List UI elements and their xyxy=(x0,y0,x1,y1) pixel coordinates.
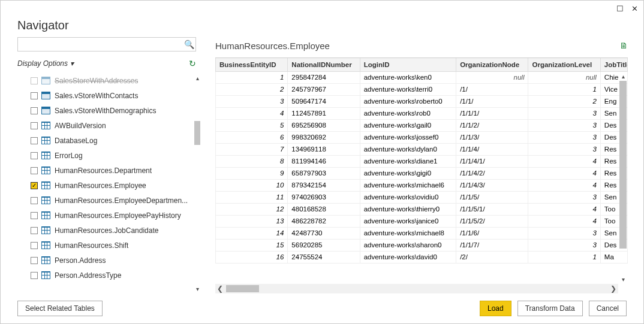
checkbox[interactable] xyxy=(31,77,38,84)
tree-item-label: Sales.vStoreWithDemographics xyxy=(55,107,156,115)
table-row[interactable]: 7134969118adventure-works\dylan0/1/1/4/3… xyxy=(216,143,628,155)
transform-data-button[interactable]: Transform Data xyxy=(517,301,583,316)
table-row[interactable]: 8811994146adventure-works\diane1/1/1/4/1… xyxy=(216,155,628,167)
scroll-up-icon[interactable]: ▴ xyxy=(618,71,628,81)
checkbox[interactable] xyxy=(31,227,38,234)
checkbox[interactable] xyxy=(31,122,38,129)
table-row[interactable]: 1442487730adventure-works\michael8/1/1/6… xyxy=(216,227,628,239)
table-cell: 15 xyxy=(216,239,288,251)
tree-item-label: HumanResources.Department xyxy=(55,166,152,175)
tree-scrollbar[interactable]: ▴ ▾ xyxy=(192,73,202,293)
scroll-up-icon[interactable]: ▴ xyxy=(192,73,202,83)
column-header[interactable]: BusinessEntityID xyxy=(216,58,288,71)
navigator-tree[interactable]: SalesStoreWithAddressesSales.vStoreWithC… xyxy=(17,73,202,293)
scroll-thumb[interactable] xyxy=(194,121,200,145)
table-cell: 4 xyxy=(528,215,600,227)
table-row[interactable]: 4112457891adventure-works\rob0/1/1/1/3Se… xyxy=(216,107,628,119)
table-row[interactable]: 1295847284adventure-works\ken0nullnullCh… xyxy=(216,71,628,83)
column-header[interactable]: LoginID xyxy=(360,58,456,71)
tree-item[interactable]: ErrorLog xyxy=(17,148,202,163)
tree-item-label: Person.AddressType xyxy=(55,271,121,280)
column-header[interactable]: OrganizationLevel xyxy=(528,58,600,71)
grid-vscrollbar[interactable]: ▴ ▾ xyxy=(618,71,628,284)
table-cell: 3 xyxy=(528,239,600,251)
table-cell: /2/ xyxy=(456,251,528,263)
close-button[interactable]: ✕ xyxy=(628,2,641,15)
search-icon[interactable]: 🔍 xyxy=(182,40,195,49)
table-cell: adventure-works\ken0 xyxy=(360,71,456,83)
table-row[interactable]: 13486228782adventure-works\janice0/1/1/5… xyxy=(216,215,628,227)
tree-item[interactable]: HumanResources.EmployeeDepartmen... xyxy=(17,193,202,208)
checkbox[interactable] xyxy=(31,167,38,174)
scroll-down-icon[interactable]: ▾ xyxy=(618,274,628,284)
tree-item[interactable]: HumanResources.Department xyxy=(17,163,202,178)
scroll-left-icon[interactable]: ❮ xyxy=(215,284,225,293)
tree-item[interactable]: HumanResources.EmployeePayHistory xyxy=(17,208,202,223)
table-cell: 1 xyxy=(528,83,600,95)
checkbox[interactable] xyxy=(31,107,38,114)
table-cell: 3 xyxy=(528,107,600,119)
table-cell: 14 xyxy=(216,227,288,239)
grid-hscrollbar[interactable]: ❮ ❯ xyxy=(215,284,618,293)
checkbox[interactable] xyxy=(31,92,38,99)
scroll-right-icon[interactable]: ❯ xyxy=(609,284,618,293)
table-cell: 134969118 xyxy=(288,143,360,155)
display-options-dropdown[interactable]: Display Options ▾ xyxy=(17,59,74,68)
table-row[interactable]: 1624755524adventure-works\david0/2/1Ma xyxy=(216,251,628,263)
scroll-down-icon[interactable]: ▾ xyxy=(192,284,202,293)
tree-item[interactable]: SalesStoreWithAddresses xyxy=(17,73,202,88)
table-row[interactable]: 11974026903adventure-works\ovidiu0/1/1/5… xyxy=(216,191,628,203)
table-row[interactable]: 6998320692adventure-works\jossef0/1/1/3/… xyxy=(216,131,628,143)
table-cell: 245797967 xyxy=(288,83,360,95)
tree-item[interactable]: HumanResources.JobCandidate xyxy=(17,223,202,238)
checkbox[interactable] xyxy=(31,152,38,159)
tree-item[interactable]: Sales.vStoreWithContacts xyxy=(17,88,202,103)
data-grid[interactable]: BusinessEntityIDNationalIDNumberLoginIDO… xyxy=(215,58,628,264)
checkbox[interactable] xyxy=(31,137,38,144)
load-button[interactable]: Load xyxy=(480,301,511,316)
search-input[interactable] xyxy=(18,38,182,51)
tree-item[interactable]: Person.Address xyxy=(17,253,202,268)
maximize-button[interactable]: ☐ xyxy=(613,2,627,15)
checkbox[interactable] xyxy=(31,272,38,279)
checkbox[interactable] xyxy=(31,242,38,249)
tree-item-label: HumanResources.Employee xyxy=(55,181,146,190)
tree-item[interactable]: AWBuildVersion xyxy=(17,118,202,133)
tree-item[interactable]: DatabaseLog xyxy=(17,133,202,148)
preview-action-icon[interactable]: 🗎 xyxy=(619,41,628,50)
refresh-icon[interactable]: ↻ xyxy=(189,59,196,68)
table-cell: 3 xyxy=(528,227,600,239)
tree-item-label: HumanResources.EmployeePayHistory xyxy=(55,211,181,220)
table-row[interactable]: 10879342154adventure-works\michael6/1/1/… xyxy=(216,179,628,191)
checkbox[interactable] xyxy=(31,257,38,264)
table-icon xyxy=(41,211,51,220)
table-row[interactable]: 12480168528adventure-works\thierry0/1/1/… xyxy=(216,203,628,215)
column-header[interactable]: NationalIDNumber xyxy=(288,58,360,71)
tree-item[interactable]: Sales.vStoreWithDemographics xyxy=(17,103,202,118)
column-header[interactable]: OrganizationNode xyxy=(456,58,528,71)
table-cell: adventure-works\gail0 xyxy=(360,119,456,131)
table-cell: adventure-works\rob0 xyxy=(360,107,456,119)
table-cell: /1/1/2/ xyxy=(456,119,528,131)
checkbox[interactable] xyxy=(31,197,38,204)
table-row[interactable]: 5695256908adventure-works\gail0/1/1/2/3D… xyxy=(216,119,628,131)
scroll-thumb[interactable] xyxy=(226,285,259,292)
table-row[interactable]: 9658797903adventure-works\gigi0/1/1/4/2/… xyxy=(216,167,628,179)
table-row[interactable]: 2245797967adventure-works\terri0/1/1Vice xyxy=(216,83,628,95)
cancel-button[interactable]: Cancel xyxy=(589,301,627,316)
table-cell: 11 xyxy=(216,191,288,203)
search-box[interactable]: 🔍 xyxy=(17,37,196,52)
table-row[interactable]: 3509647174adventure-works\roberto0/1/1/2… xyxy=(216,95,628,107)
tree-item[interactable]: HumanResources.Shift xyxy=(17,238,202,253)
tree-item-label: HumanResources.EmployeeDepartmen... xyxy=(55,196,188,205)
table-row[interactable]: 1556920285adventure-works\sharon0/1/1/7/… xyxy=(216,239,628,251)
column-header[interactable]: JobTitle xyxy=(600,58,627,71)
table-cell: /1/1/6/ xyxy=(456,227,528,239)
tree-item[interactable]: Person.AddressType xyxy=(17,268,202,283)
select-related-tables-button[interactable]: Select Related Tables xyxy=(17,301,103,316)
table-cell: 10 xyxy=(216,179,288,191)
checkbox[interactable] xyxy=(31,212,38,219)
checkbox[interactable]: ✓ xyxy=(31,182,38,189)
tree-item[interactable]: ✓HumanResources.Employee xyxy=(17,178,202,193)
scroll-thumb[interactable] xyxy=(619,81,627,249)
